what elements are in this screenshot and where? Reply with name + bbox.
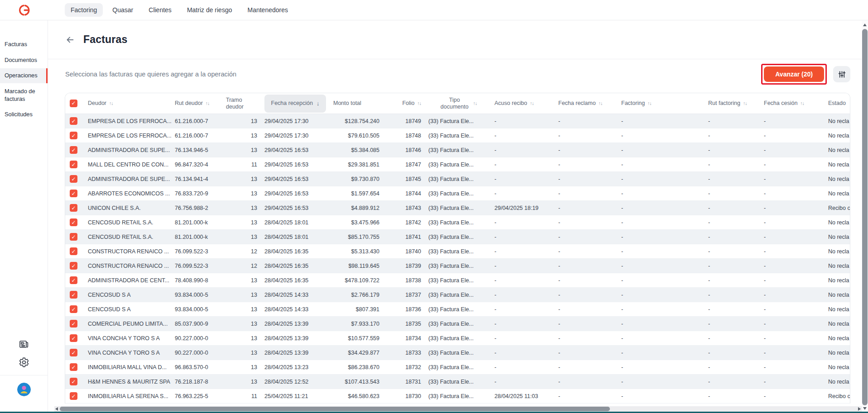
advance-button[interactable]: Avanzar (20) [764, 66, 824, 82]
horizontal-scrollbar-thumb[interactable] [60, 407, 610, 411]
column-header-deudor[interactable]: Deudor↑↓ [84, 93, 171, 114]
row-checkbox-cell: ✓ [65, 233, 84, 241]
cell-fecha_reclamo: - [555, 350, 618, 356]
back-arrow-icon[interactable] [65, 35, 75, 45]
cell-fecha_cesion: - [760, 161, 825, 168]
vertical-scrollbar[interactable] [862, 21, 868, 412]
row-checkbox[interactable]: ✓ [70, 320, 77, 328]
cell-factoring: - [618, 379, 705, 385]
row-checkbox-cell: ✓ [65, 190, 84, 197]
table-row[interactable]: ✓INMOBILIARIA MALL VINA D...96.863.570-0… [65, 360, 850, 375]
cell-fecha_cesion: - [760, 321, 825, 327]
cell-fecha_recepcion: 28/04/2025 13:39 [261, 350, 330, 356]
cell-rut_factoring: - [705, 205, 760, 211]
row-checkbox[interactable]: ✓ [70, 247, 77, 255]
sidebar-item-solicitudes[interactable]: Solicitudes [0, 107, 48, 122]
cell-estado: No recla [825, 147, 850, 153]
scroll-right-arrow-icon[interactable] [858, 407, 861, 411]
cell-folio: 18744 [383, 190, 425, 197]
table-row[interactable]: ✓COMERCIAL PEUMO LIMITA...85.037.900-913… [65, 317, 850, 331]
row-checkbox[interactable]: ✓ [70, 117, 77, 125]
row-checkbox[interactable]: ✓ [70, 392, 77, 400]
row-checkbox[interactable]: ✓ [70, 334, 77, 342]
table-row[interactable]: ✓CENCOSUD S A93.834.000-51328/04/2025 14… [65, 288, 850, 302]
sort-desc-icon: ↓ [317, 100, 320, 107]
column-header-fecha_cesion[interactable]: Fecha cesión↑↓ [760, 93, 825, 114]
horizontal-scrollbar[interactable] [54, 406, 862, 412]
column-header-tipo_documento[interactable]: Tipo documento↑↓ [425, 93, 491, 114]
cell-fecha_recepcion: 28/04/2025 16:35 [261, 277, 330, 284]
table-row[interactable]: ✓EMPRESA DE LOS FERROCA...61.216.000-713… [65, 114, 850, 128]
invoices-table-card: ✓Deudor↑↓Rut deudor↑↓Tramo deudorFecha r… [65, 93, 850, 404]
column-header-acuso_recibo[interactable]: Acuso recibo↑↓ [491, 93, 555, 114]
settings-gear-icon[interactable] [19, 357, 29, 368]
column-header-rut_factoring[interactable]: Rut factoring↑↓ [705, 93, 760, 114]
row-checkbox[interactable]: ✓ [70, 378, 77, 385]
sidebar-item-facturas[interactable]: Facturas [0, 37, 48, 52]
row-checkbox[interactable]: ✓ [70, 233, 77, 241]
table-row[interactable]: ✓VINA CONCHA Y TORO S A90.227.000-01328/… [65, 346, 850, 360]
cell-estado: No recla [825, 219, 850, 226]
table-row[interactable]: ✓CENCOSUD RETAIL S.A.81.201.000-k1328/04… [65, 230, 850, 244]
row-checkbox[interactable]: ✓ [70, 146, 77, 154]
table-row[interactable]: ✓CENCOSUD RETAIL S.A.81.201.000-k1328/04… [65, 215, 850, 230]
column-header-folio[interactable]: Folio↑↓ [383, 93, 425, 114]
column-filter-button[interactable] [833, 66, 850, 82]
cell-acuso_recibo: - [491, 364, 555, 370]
cell-tipo_documento: (33) Factura Ele... [425, 133, 491, 139]
sidebar-item-documentos[interactable]: Documentos [0, 53, 48, 68]
active-sort-pill[interactable]: Fecha recepción↓ [264, 95, 326, 113]
row-checkbox[interactable]: ✓ [70, 276, 77, 284]
table-row[interactable]: ✓UNICON CHILE S.A.76.756.988-21329/04/20… [65, 201, 850, 215]
nav-item-clientes[interactable]: Clientes [143, 3, 177, 17]
column-header-factoring[interactable]: Factoring↑↓ [618, 93, 705, 114]
table-row[interactable]: ✓INMOBILIARIA LA SERENA S...76.963.225-5… [65, 389, 850, 404]
row-checkbox[interactable]: ✓ [70, 305, 77, 313]
scroll-up-arrow-icon[interactable] [863, 24, 867, 26]
vertical-scrollbar-thumb[interactable] [862, 29, 868, 405]
column-header-fecha_recepcion[interactable]: Fecha recepción↓ [261, 93, 330, 114]
brand-logo[interactable] [0, 4, 48, 16]
cell-monto: $29.381.851 [330, 161, 383, 168]
table-row[interactable]: ✓VINA CONCHA Y TORO S A90.227.000-01328/… [65, 331, 850, 346]
nav-item-quasar[interactable]: Quasar [106, 3, 139, 17]
table-row[interactable]: ✓H&M HENNES & MAURITZ SPA76.218.187-8132… [65, 375, 850, 389]
column-header-fecha_reclamo[interactable]: Fecha reclamo↑↓ [555, 93, 618, 114]
sidebar-item-operaciones[interactable]: Operaciones [0, 68, 48, 83]
cell-monto: $4.889.912 [330, 205, 383, 211]
row-checkbox[interactable]: ✓ [70, 132, 77, 139]
user-avatar[interactable] [17, 383, 31, 396]
nav-item-mantenedores[interactable]: Mantenedores [241, 3, 294, 17]
scroll-left-arrow-icon[interactable] [55, 407, 58, 411]
cell-factoring: - [618, 335, 705, 342]
scroll-down-arrow-icon[interactable] [863, 407, 867, 410]
table-row[interactable]: ✓ADMINISTRADORA DE SUPE...76.134.946-513… [65, 143, 850, 157]
select-all-checkbox[interactable]: ✓ [70, 100, 77, 107]
table-row[interactable]: ✓ADMINISTRADORA DE CENT...78.408.990-813… [65, 273, 850, 288]
cell-deudor: VINA CONCHA Y TORO S A [84, 350, 171, 356]
nav-item-factoring[interactable]: Factoring [65, 3, 103, 17]
row-checkbox[interactable]: ✓ [70, 363, 77, 371]
row-checkbox[interactable]: ✓ [70, 190, 77, 197]
table-row[interactable]: ✓ADMINISTRADORA DE SUPE...76.134.941-413… [65, 172, 850, 186]
table-row[interactable]: ✓CONSTRUCTORA RENAICO ...76.099.522-3122… [65, 244, 850, 259]
row-checkbox[interactable]: ✓ [70, 218, 77, 226]
cell-fecha_cesion: - [760, 306, 825, 313]
table-row[interactable]: ✓CONSTRUCTORA RENAICO ...76.099.522-3122… [65, 259, 850, 273]
row-checkbox[interactable]: ✓ [70, 349, 77, 356]
table-row[interactable]: ✓EMPRESA DE LOS FERROCA...61.216.000-713… [65, 128, 850, 143]
row-checkbox[interactable]: ✓ [70, 204, 77, 212]
sliders-filter-icon [838, 70, 846, 79]
row-checkbox[interactable]: ✓ [70, 262, 77, 270]
row-checkbox[interactable]: ✓ [70, 175, 77, 183]
nav-item-matriz-de-riesgo[interactable]: Matriz de riesgo [181, 3, 238, 17]
table-row[interactable]: ✓MALL DEL CENTRO DE CON...96.847.320-411… [65, 157, 850, 172]
cell-rut_deudor: 93.834.000-5 [171, 306, 222, 313]
table-row[interactable]: ✓ABARROTES ECONOMICOS ...76.833.720-9132… [65, 186, 850, 201]
documents-icon[interactable] [19, 339, 29, 350]
column-header-rut_deudor[interactable]: Rut deudor↑↓ [171, 93, 222, 114]
table-row[interactable]: ✓CENCOSUD S A93.834.000-51328/04/2025 14… [65, 302, 850, 317]
sidebar-item-marcado-de-facturas[interactable]: Marcado de facturas [0, 84, 48, 106]
row-checkbox[interactable]: ✓ [70, 161, 77, 168]
row-checkbox[interactable]: ✓ [70, 291, 77, 299]
